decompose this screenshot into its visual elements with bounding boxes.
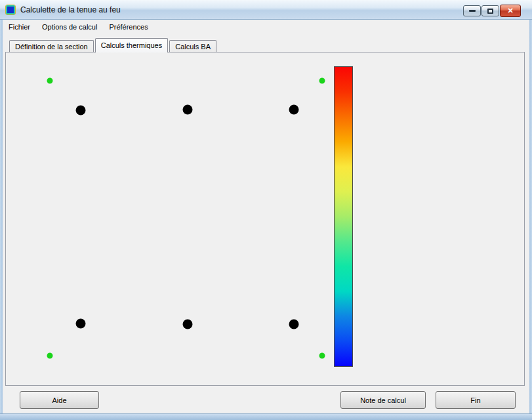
menu-fichier[interactable]: Fichier [3, 22, 36, 32]
close-button[interactable]: ✕ [500, 5, 521, 17]
window-title: Calculette de la tenue au feu [20, 5, 121, 14]
corner-marker-br[interactable] [319, 353, 325, 359]
note-de-calcul-button[interactable]: Note de calcul [340, 391, 426, 409]
window-frame-right [529, 20, 532, 420]
rebar-dot[interactable] [75, 105, 85, 115]
app-window: Calculette de la tenue au feu ✕ Fichier … [0, 0, 532, 420]
rebar-dot[interactable] [289, 105, 299, 115]
rebar-dot[interactable] [75, 319, 85, 329]
menu-preferences[interactable]: Préférences [103, 22, 153, 32]
menu-options-de-calcul[interactable]: Options de calcul [36, 22, 103, 32]
titlebar: Calculette de la tenue au feu ✕ [0, 0, 532, 20]
app-icon [6, 5, 15, 14]
rebar-dot[interactable] [182, 105, 192, 115]
window-frame-left [0, 20, 3, 420]
minimize-icon [469, 10, 476, 12]
rebar-dot[interactable] [289, 320, 299, 329]
close-icon: ✕ [507, 7, 513, 15]
menubar: Fichier Options de calcul Préférences [3, 20, 529, 33]
tab-definition-section[interactable]: Définition de la section [9, 40, 94, 52]
minimize-button[interactable] [463, 5, 481, 16]
window-frame-bottom [0, 413, 532, 420]
tab-page [5, 52, 525, 386]
corner-marker-bl[interactable] [47, 353, 53, 359]
temperature-colorbar [334, 66, 353, 367]
aide-button[interactable]: Aide [20, 391, 99, 409]
fin-button[interactable]: Fin [436, 391, 516, 409]
rebar-dot[interactable] [182, 320, 192, 329]
restore-icon [487, 9, 493, 14]
restore-button[interactable] [481, 5, 499, 16]
tabstrip: Définition de la section Calculs thermiq… [9, 38, 218, 52]
corner-marker-tr[interactable] [319, 78, 325, 84]
tab-calculs-thermiques[interactable]: Calculs thermiques [95, 38, 169, 52]
corner-marker-tl[interactable] [47, 78, 53, 84]
tab-calculs-ba[interactable]: Calculs BA [169, 40, 216, 52]
